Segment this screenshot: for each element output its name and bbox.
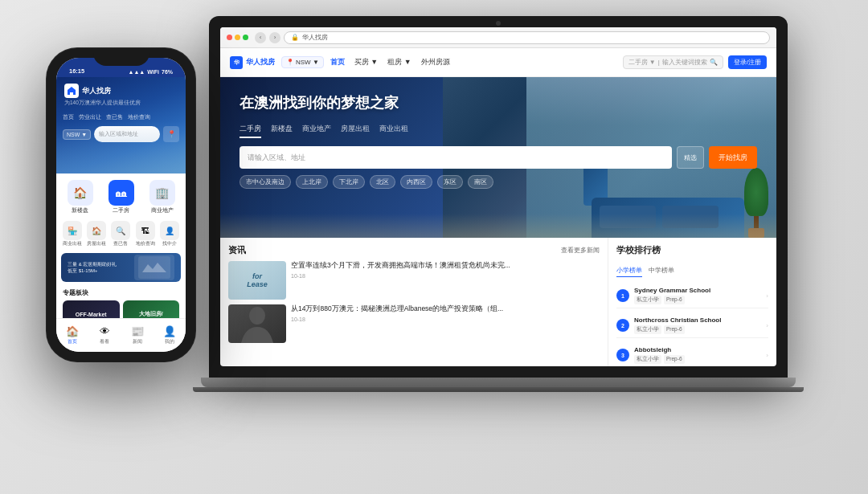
secondhand-icon: 🏘 — [108, 180, 134, 206]
phone-topic-title: 专题板块 — [56, 285, 186, 300]
school-rank-3: 3 — [616, 349, 629, 361]
phone-nav-home[interactable]: 🏠 首页 — [56, 325, 88, 345]
phone-logo-icon — [64, 84, 79, 98]
phone-nav-browse[interactable]: 👁 看看 — [88, 325, 121, 345]
news-item: for Lease 空置率连续3个月下滑，开发商拥抱高端市场！澳洲租赁危机尚未完… — [228, 261, 600, 300]
nav-home-link[interactable]: 首页 — [330, 57, 345, 67]
hero-start-button[interactable]: 开始找房 — [709, 146, 757, 169]
school-name-2[interactable]: Northcross Christian School — [634, 316, 761, 324]
nav-overseas-link[interactable]: 外州房源 — [421, 57, 450, 67]
school-tags-2: 私立小学 Prep-6 — [634, 325, 761, 334]
banner-line1: 三量 & 宏居期期助好礼 — [68, 261, 117, 267]
news-content-2: 从14万到880万澳元：揭秘澳洲总理Albanese的地产投资策略（组... 1… — [291, 304, 600, 322]
school-tab-secondary[interactable]: 中学榜单 — [649, 266, 674, 277]
news-date-2: 10-18 — [291, 316, 600, 322]
phone-secondary-icons: 🏪 商业出租 🏠 房屋出租 🔍 查已售 🏗 地价查询 👤 找中介 — [56, 218, 186, 250]
region-tag-inner-west[interactable]: 内西区 — [400, 175, 432, 189]
see-more-news-link[interactable]: 查看更多新闻 — [561, 246, 600, 255]
url-text: 华人找房 — [302, 33, 328, 42]
school-item-2: 2 Northcross Christian School 私立小学 Prep-… — [616, 313, 768, 338]
hero-tab-rental[interactable]: 房屋出租 — [341, 124, 370, 138]
region-tag-upper-north[interactable]: 上北岸 — [296, 175, 328, 189]
region-tag-east[interactable]: 东区 — [437, 175, 463, 189]
search-placeholder: 输入关键词搜索 — [662, 58, 707, 67]
phone-tab-land[interactable]: 地价查询 — [128, 113, 150, 121]
browser-url-bar[interactable]: 🔒 华人找房 — [284, 31, 770, 44]
school-item-1: 1 Sydney Grammar School 私立小学 Prep-6 › — [616, 284, 768, 308]
region-tag-south[interactable]: 南区 — [468, 175, 493, 189]
phone-nav-profile[interactable]: 👤 我的 — [154, 325, 186, 345]
school-grade-2: Prep-6 — [664, 325, 685, 334]
region-tag-city[interactable]: 市中心及南边 — [240, 175, 291, 189]
profile-nav-label: 我的 — [165, 338, 174, 345]
minimize-window-button[interactable] — [235, 35, 240, 40]
school-info-1: Sydney Grammar School 私立小学 Prep-6 — [634, 287, 761, 304]
phone-banner-image — [134, 255, 174, 280]
land-label: 地价查询 — [136, 241, 155, 247]
phone-logo: 华人找房 — [64, 84, 178, 98]
hero-tab-commercial[interactable]: 商业地产 — [302, 124, 331, 138]
phone-tab-sold-out[interactable]: 劳业出让 — [79, 113, 101, 121]
nav-location-selector[interactable]: 📍 NSW ▼ — [281, 56, 324, 68]
phone-icon-secondhand[interactable]: 🏘 二手房 — [102, 180, 140, 214]
school-arrow-icon-1[interactable]: › — [766, 292, 768, 300]
nav-search-box[interactable]: 二手房 ▼ | 输入关键词搜索 🔍 — [623, 55, 723, 69]
home-nav-label: 首页 — [68, 338, 77, 345]
region-tag-north[interactable]: 北区 — [370, 175, 395, 189]
phone-banner-text: 三量 & 宏居期期助好礼 低至 $1-15M+ — [68, 261, 117, 275]
hero-search-row: 请输入区域、地址 精选 开始找房 — [240, 146, 757, 169]
close-window-button[interactable] — [227, 35, 232, 40]
hero-search-input[interactable]: 请输入区域、地址 — [240, 146, 672, 169]
school-arrow-icon-2[interactable]: › — [766, 322, 768, 329]
login-button[interactable]: 登录/注册 — [728, 55, 767, 69]
nav-rent-link[interactable]: 租房 ▼ — [387, 57, 411, 67]
newdev-icon: 🏠 — [68, 180, 93, 206]
person-thumbnail — [228, 304, 286, 343]
school-section-header: 学校排行榜 — [616, 244, 768, 261]
phone-nav-news[interactable]: 📰 新闻 — [121, 325, 154, 345]
phone-icon-land[interactable]: 🏗 地价查询 — [134, 221, 157, 247]
search-filter-icon: 二手房 ▼ — [628, 58, 656, 67]
news-date-1: 10-18 — [291, 273, 600, 279]
hero-tab-secondhand[interactable]: 二手房 — [240, 124, 261, 138]
news-section-header: 资讯 查看更多新闻 — [228, 244, 600, 256]
news-title-2[interactable]: 从14万到880万澳元：揭秘澳洲总理Albanese的地产投资策略（组... — [291, 304, 600, 314]
phone-banner[interactable]: 三量 & 宏居期期助好礼 低至 $1-15M+ — [61, 253, 181, 282]
nav-buy-link[interactable]: 买房 ▼ — [354, 57, 378, 67]
news-item-2: 从14万到880万澳元：揭秘澳洲总理Albanese的地产投资策略（组... 1… — [228, 304, 600, 343]
phone-hero-bg — [56, 121, 186, 174]
hero-filter-button[interactable]: 精选 — [677, 146, 704, 169]
sold-icon: 🔍 — [111, 221, 130, 240]
browser-back-button[interactable]: ‹ — [255, 32, 266, 43]
maximize-window-button[interactable] — [243, 35, 248, 40]
hero-title: 在澳洲找到你的梦想之家 — [240, 93, 757, 112]
nav-links: 首页 买房 ▼ 租房 ▼ 外州房源 — [330, 57, 616, 67]
phone-icon-commercial[interactable]: 🏢 商业地产 — [143, 180, 181, 214]
browser-forward-button[interactable]: › — [269, 32, 280, 43]
logo-text: 华人找房 — [246, 57, 275, 67]
hero-region-tags: 市中心及南边 上北岸 下北岸 北区 内西区 东区 南区 — [240, 175, 757, 189]
phone-icon-sold[interactable]: 🔍 查已售 — [109, 221, 132, 247]
laptop-body: ‹ › 🔒 华人找房 华 华人找房 📍 NSW ▼ — [209, 16, 788, 378]
site-logo[interactable]: 华 华人找房 — [230, 56, 275, 69]
phone-icon-commercial-rent[interactable]: 🏪 商业出租 — [61, 221, 84, 247]
newdev-label: 新楼盘 — [72, 207, 88, 214]
school-arrow-icon-3[interactable]: › — [766, 352, 768, 359]
phone-icon-newdev[interactable]: 🏠 新楼盘 — [61, 180, 99, 214]
hero-tab-newdev[interactable]: 新楼盘 — [271, 124, 293, 138]
phone-screen: 16:15 ▲▲▲ WiFi 76% — [56, 58, 186, 352]
phone-tab-home[interactable]: 首页 — [63, 113, 74, 121]
phone-tab-checked[interactable]: 查已售 — [106, 113, 123, 121]
lease-text: for — [252, 272, 262, 280]
school-info-3: Abbotsleigh 私立小学 Prep-6 — [634, 346, 761, 364]
phone-icon-house-rent[interactable]: 🏠 房屋出租 — [85, 221, 108, 247]
school-name-1[interactable]: Sydney Grammar School — [634, 287, 761, 294]
news-title-1[interactable]: 空置率连续3个月下滑，开发商拥抱高端市场！澳洲租赁危机尚未完... — [291, 261, 600, 271]
school-type-3: 私立小学 — [634, 355, 661, 364]
school-rank-1: 1 — [616, 289, 629, 302]
school-tab-primary[interactable]: 小学榜单 — [616, 266, 642, 277]
hero-tab-commercial-rental[interactable]: 商业出租 — [379, 124, 408, 138]
region-tag-lower-north[interactable]: 下北岸 — [333, 175, 365, 189]
school-name-3[interactable]: Abbotsleigh — [634, 346, 761, 353]
phone-icon-agent[interactable]: 👤 找中介 — [158, 221, 181, 247]
